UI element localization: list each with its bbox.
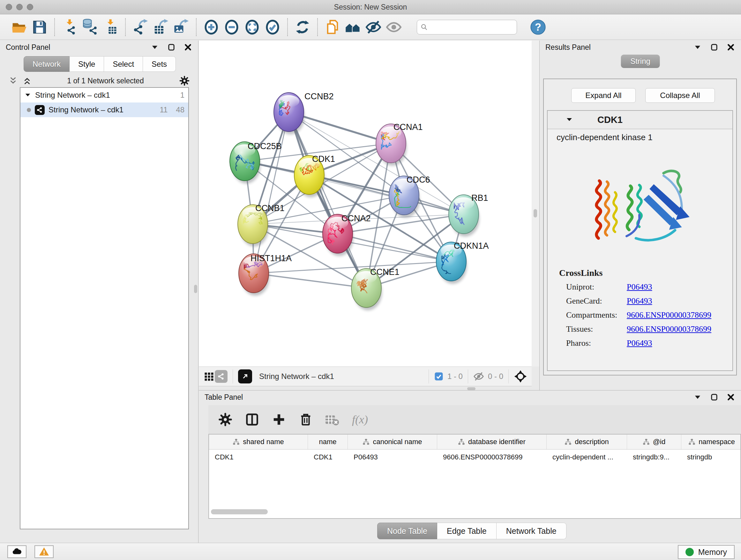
window-controls[interactable] (6, 4, 33, 10)
refresh-network-button[interactable] (292, 17, 313, 37)
open-session-button[interactable] (9, 17, 29, 37)
import-table-file-button[interactable] (100, 17, 121, 37)
panel-close-icon[interactable] (726, 393, 735, 401)
tree-expander-icon[interactable] (24, 91, 31, 99)
network-canvas[interactable]: CCNB2CCNA1CDC25BCDK1CDC6RB1CCNB1CCNA2CDK… (199, 41, 532, 367)
zoom-out-button[interactable] (221, 17, 242, 37)
panel-close-icon[interactable] (726, 43, 735, 52)
panel-menu-icon[interactable] (693, 393, 702, 401)
network-node-CCNE1[interactable]: CCNE1 (351, 267, 400, 310)
tab-sets[interactable]: Sets (143, 56, 176, 72)
zoom-selected-button[interactable] (262, 17, 283, 37)
cell-description[interactable]: cyclin-dependent ... (547, 453, 627, 461)
crosslink-uniprot-link[interactable]: P06493 (627, 282, 652, 292)
tab-node-table[interactable]: Node Table (377, 523, 437, 539)
search-input[interactable] (431, 23, 514, 32)
network-node-CDC25B[interactable]: CDC25B (230, 141, 282, 184)
cell-namespace[interactable]: stringdb (681, 453, 741, 461)
table-horizontal-scrollbar[interactable] (211, 509, 268, 514)
network-node-CDC6[interactable]: CDC6 (389, 175, 430, 218)
table-options-gear-icon[interactable] (218, 412, 232, 427)
panel-float-icon[interactable] (710, 393, 719, 401)
open-in-window-icon[interactable] (238, 369, 252, 383)
welcome-screen-button[interactable] (343, 17, 363, 37)
cell-database-identifier[interactable]: 9606.ENSP00000378699 (437, 453, 547, 461)
panel-splitter-handle[interactable] (194, 285, 197, 293)
tab-string[interactable]: String (621, 55, 660, 68)
network-node-RB1[interactable]: RB1 (449, 193, 488, 237)
network-edge-CCNB2-CCNE1[interactable] (289, 112, 366, 288)
cell-canonical-name[interactable]: P06493 (348, 453, 437, 461)
close-window-button[interactable] (6, 4, 12, 10)
show-columns-icon[interactable] (245, 412, 259, 427)
collapse-all-icon[interactable] (8, 76, 18, 85)
maximize-window-button[interactable] (27, 4, 33, 10)
zoom-in-button[interactable] (201, 17, 221, 37)
network-node-CCNA2[interactable]: CCNA2 (323, 213, 371, 256)
add-column-icon[interactable] (272, 412, 286, 427)
expand-all-icon[interactable] (22, 76, 32, 85)
network-node-CCNA1[interactable]: CCNA1 (376, 122, 423, 166)
tab-select[interactable]: Select (104, 56, 143, 72)
protein-section-header[interactable]: CDK1 (548, 111, 732, 129)
panel-menu-icon[interactable] (693, 43, 702, 52)
network-node-CCNB2[interactable]: CCNB2 (274, 91, 334, 134)
network-node-HIST1H1A[interactable]: HIST1H1A (239, 253, 292, 296)
show-graphics-button[interactable] (384, 17, 404, 37)
network-options-gear-icon[interactable] (179, 75, 190, 86)
new-session-button[interactable] (322, 17, 343, 37)
network-edge-CCNB2-HIST1H1A[interactable] (254, 112, 289, 273)
network-edge-HIST1H1A-CCNE1[interactable] (254, 273, 366, 288)
zoom-fit-button[interactable] (242, 17, 262, 37)
import-network-file-button[interactable] (59, 17, 80, 37)
cloud-status-button[interactable] (7, 545, 26, 558)
column-header-name[interactable]: name (308, 435, 348, 449)
save-session-button[interactable] (29, 17, 50, 37)
hidden-eye-slash-icon[interactable] (473, 371, 484, 382)
table-splitter-handle[interactable] (467, 387, 475, 390)
birdseye-grid-icon[interactable] (203, 371, 215, 382)
network-collection-row[interactable]: String Network – cdk1 1 (20, 88, 188, 103)
column-header-canonical-name[interactable]: canonical name (348, 435, 437, 449)
panel-menu-icon[interactable] (150, 43, 159, 52)
column-header-id[interactable]: @id (627, 435, 681, 449)
tab-style[interactable]: Style (70, 56, 104, 72)
column-header-description[interactable]: description (547, 435, 627, 449)
crosslink-compartments-link[interactable]: 9606.ENSP00000378699 (627, 310, 711, 320)
table-row[interactable]: CDK1 CDK1 P06493 9606.ENSP00000378699 cy… (209, 449, 740, 465)
results-splitter-handle[interactable] (534, 209, 537, 217)
cell-id[interactable]: stringdb:9... (627, 453, 681, 461)
birdseye-position-icon[interactable] (514, 370, 527, 383)
import-network-database-button[interactable] (80, 17, 100, 37)
crosslink-genecard-link[interactable]: P06493 (627, 296, 652, 306)
selected-checkbox-icon[interactable] (434, 372, 444, 381)
network-node-CDKN1A[interactable]: CDKN1A (436, 241, 489, 284)
graphics-details-button[interactable] (363, 17, 384, 37)
column-header-shared-name[interactable]: shared name (209, 435, 308, 449)
panel-close-icon[interactable] (184, 43, 192, 52)
crosslink-tissues-link[interactable]: 9606.ENSP00000378699 (627, 324, 711, 334)
column-header-namespace[interactable]: namespace (681, 435, 741, 449)
toolbar-search[interactable] (417, 20, 517, 35)
panel-float-icon[interactable] (710, 43, 719, 52)
panel-float-icon[interactable] (167, 43, 176, 52)
collapse-all-button[interactable]: Collapse All (645, 88, 715, 103)
network-row[interactable]: String Network – cdk1 11 48 (20, 103, 188, 117)
warning-status-button[interactable] (35, 545, 54, 558)
help-button[interactable]: ? (528, 17, 548, 37)
section-expander-icon[interactable] (565, 116, 573, 124)
network-edge-CDK1-RB1[interactable] (309, 175, 464, 214)
export-image-button[interactable] (171, 17, 192, 37)
memory-button[interactable]: Memory (678, 545, 735, 559)
network-node-CDK1[interactable]: CDK1 (294, 154, 335, 197)
tab-network[interactable]: Network (23, 56, 70, 72)
export-table-button[interactable] (151, 17, 171, 37)
tab-network-table[interactable]: Network Table (496, 523, 566, 539)
expand-all-button[interactable]: Expand All (571, 88, 636, 103)
minimize-window-button[interactable] (16, 4, 23, 10)
string-view-icon[interactable] (215, 370, 227, 383)
cell-shared-name[interactable]: CDK1 (209, 453, 308, 461)
network-node-CCNB1[interactable]: CCNB1 (238, 203, 285, 246)
tab-edge-table[interactable]: Edge Table (437, 523, 496, 539)
delete-column-icon[interactable] (298, 412, 313, 427)
